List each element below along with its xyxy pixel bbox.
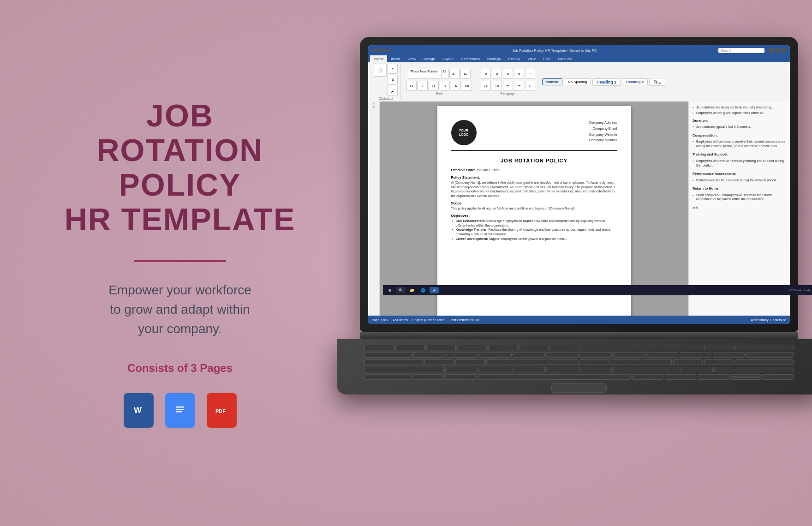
key[interactable] bbox=[647, 367, 679, 372]
key[interactable] bbox=[681, 367, 713, 372]
key[interactable] bbox=[646, 352, 678, 358]
key[interactable] bbox=[704, 359, 734, 365]
pdf-icon[interactable]: PDF bbox=[207, 393, 237, 428]
font-shrink-button[interactable]: A- bbox=[460, 69, 471, 79]
key-shift-l[interactable] bbox=[364, 367, 444, 372]
key[interactable] bbox=[413, 352, 445, 358]
key-shift-r[interactable] bbox=[714, 367, 794, 372]
key-up[interactable] bbox=[730, 374, 761, 377]
tab-mailings[interactable]: Mailings bbox=[484, 55, 504, 62]
tab-view[interactable]: View bbox=[524, 55, 539, 62]
tab-help[interactable]: Help bbox=[539, 55, 554, 62]
tab-insert[interactable]: Insert bbox=[387, 55, 404, 62]
key-space[interactable] bbox=[478, 374, 631, 380]
paste-button[interactable]: 📋 bbox=[374, 64, 387, 77]
search-placeholder[interactable]: Search bbox=[721, 48, 732, 53]
tab-design[interactable]: Design bbox=[420, 55, 439, 62]
trackpad[interactable] bbox=[551, 383, 607, 393]
key-caps[interactable] bbox=[364, 359, 423, 365]
key[interactable] bbox=[546, 367, 579, 372]
key[interactable] bbox=[611, 359, 640, 365]
taskbar-app1[interactable]: 📁 bbox=[407, 287, 417, 293]
bold-button[interactable]: B bbox=[406, 81, 417, 91]
key[interactable] bbox=[457, 345, 487, 350]
indent-increase-button[interactable]: ⇥ bbox=[514, 81, 524, 91]
style-heading2[interactable]: Heading 2 bbox=[622, 78, 648, 85]
key[interactable] bbox=[673, 359, 703, 365]
highlight-button[interactable]: ab bbox=[462, 81, 472, 91]
key[interactable] bbox=[613, 367, 645, 372]
key[interactable] bbox=[426, 345, 456, 350]
key[interactable] bbox=[445, 367, 478, 372]
key[interactable] bbox=[546, 352, 578, 358]
align-right-button[interactable]: ≡ bbox=[503, 69, 513, 79]
key[interactable] bbox=[488, 345, 518, 350]
font-color-button[interactable]: A bbox=[451, 81, 461, 91]
key[interactable] bbox=[513, 367, 545, 372]
key-tab[interactable] bbox=[364, 352, 412, 358]
key-alt[interactable] bbox=[445, 374, 477, 380]
line-spacing-button[interactable]: ↕ bbox=[525, 69, 535, 79]
style-no-spacing[interactable]: No Spacing bbox=[564, 78, 591, 85]
word-icon[interactable]: W bbox=[124, 393, 154, 428]
key-ctrl-r[interactable] bbox=[665, 374, 696, 380]
align-left-button[interactable]: ≡ bbox=[481, 69, 491, 79]
key[interactable] bbox=[519, 345, 549, 350]
key[interactable] bbox=[479, 367, 511, 372]
key-enter-top[interactable] bbox=[746, 352, 794, 358]
key[interactable] bbox=[395, 345, 425, 350]
style-heading1[interactable]: Heading 1 bbox=[592, 78, 621, 86]
key[interactable] bbox=[364, 345, 394, 350]
cut-button[interactable]: ✂ bbox=[388, 64, 398, 74]
tab-review[interactable]: Review bbox=[504, 55, 524, 62]
key[interactable] bbox=[581, 345, 610, 350]
key[interactable] bbox=[713, 352, 745, 358]
key[interactable] bbox=[674, 345, 703, 350]
tab-home[interactable]: Home bbox=[370, 55, 387, 62]
taskbar-search[interactable]: 🔍 bbox=[396, 287, 406, 293]
key[interactable] bbox=[549, 359, 578, 365]
align-center-button[interactable]: ≡ bbox=[492, 69, 502, 79]
taskbar-app2[interactable]: 🌐 bbox=[418, 287, 428, 293]
indent-decrease-button[interactable]: ⇤ bbox=[503, 81, 513, 91]
tab-references[interactable]: References bbox=[457, 55, 484, 62]
key[interactable] bbox=[518, 359, 547, 365]
key-arrow-r[interactable] bbox=[762, 374, 794, 380]
underline-button[interactable]: U bbox=[429, 81, 439, 91]
docs-icon[interactable] bbox=[165, 393, 195, 428]
font-grow-button[interactable]: A+ bbox=[449, 69, 460, 79]
key[interactable] bbox=[612, 345, 641, 350]
key[interactable] bbox=[513, 352, 545, 358]
key-alt-r[interactable] bbox=[632, 374, 663, 380]
key[interactable] bbox=[580, 352, 612, 358]
font-family-dropdown[interactable]: Times New Roman bbox=[408, 69, 440, 79]
tab-nitro[interactable]: Nitro Pro bbox=[554, 55, 576, 62]
key[interactable] bbox=[613, 352, 645, 358]
key-backspace[interactable] bbox=[735, 345, 794, 350]
key[interactable] bbox=[580, 359, 609, 365]
taskbar-word[interactable]: W bbox=[430, 287, 439, 293]
sort-button[interactable]: ↑↓ bbox=[525, 81, 535, 91]
key-down[interactable] bbox=[730, 377, 761, 380]
style-title[interactable]: Ti... bbox=[649, 78, 665, 86]
strikethrough-button[interactable]: S bbox=[440, 81, 450, 91]
key[interactable] bbox=[447, 352, 478, 358]
key-enter[interactable] bbox=[735, 359, 794, 365]
tab-layout[interactable]: Layout bbox=[439, 55, 457, 62]
key[interactable] bbox=[480, 352, 512, 358]
numbering-button[interactable]: 1≡ bbox=[492, 81, 502, 91]
tab-draw[interactable]: Draw bbox=[404, 55, 420, 62]
key[interactable] bbox=[643, 345, 672, 350]
key[interactable] bbox=[642, 359, 671, 365]
key[interactable] bbox=[424, 359, 454, 365]
key-fn[interactable] bbox=[412, 374, 444, 380]
key[interactable] bbox=[680, 352, 711, 358]
italic-button[interactable]: I bbox=[418, 81, 428, 91]
key[interactable] bbox=[455, 359, 485, 365]
style-normal[interactable]: Normal bbox=[542, 78, 562, 85]
copy-button[interactable]: ⧉ bbox=[388, 75, 398, 85]
key[interactable] bbox=[580, 367, 612, 372]
key[interactable] bbox=[705, 345, 734, 350]
key-ctrl[interactable] bbox=[364, 374, 411, 380]
format-painter-button[interactable]: 🖌 bbox=[388, 86, 398, 96]
